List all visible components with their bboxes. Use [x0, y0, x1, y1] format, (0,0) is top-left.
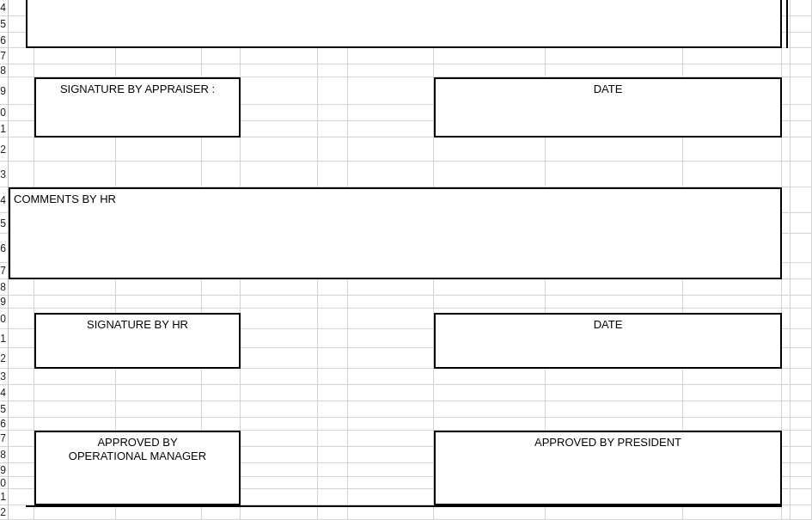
row-header[interactable]: 5	[0, 213, 9, 234]
signature-appraiser-label: SIGNATURE BY APPRAISER :	[36, 79, 239, 96]
row-header[interactable]: 0	[0, 309, 9, 329]
row-header[interactable]: 6	[0, 234, 9, 263]
approved-president-box[interactable]: APPROVED BY PRESIDENT	[434, 431, 782, 505]
approved-president-label: APPROVED BY PRESIDENT	[436, 432, 780, 450]
row-header[interactable]: 4	[0, 187, 9, 213]
right-border-fragment	[786, 0, 788, 48]
row-header[interactable]: 0	[0, 477, 9, 489]
row-header[interactable]: 9	[0, 296, 9, 309]
row-header[interactable]: 6	[0, 33, 9, 48]
row-header[interactable]: 0	[0, 105, 9, 121]
row-header[interactable]: 1	[0, 489, 9, 505]
row-header[interactable]: 8	[0, 64, 9, 77]
signature-hr-label: SIGNATURE BY HR	[36, 315, 239, 332]
row-header[interactable]: 4	[0, 385, 9, 401]
row-header[interactable]: 7	[0, 263, 9, 279]
date-hr-box[interactable]: DATE	[434, 313, 782, 369]
row-header[interactable]: 3	[0, 369, 9, 385]
row-header[interactable]: 3	[0, 162, 9, 187]
row-header[interactable]: 7	[0, 431, 9, 447]
approved-ops-box[interactable]: APPROVED BY OPERATIONAL MANAGER	[34, 431, 241, 505]
row-header[interactable]: 8	[0, 279, 9, 296]
row-header[interactable]: 9	[0, 77, 9, 105]
signature-hr-box[interactable]: SIGNATURE BY HR	[34, 313, 241, 369]
date-hr-label: DATE	[436, 315, 780, 332]
date-appraiser-label: DATE	[436, 79, 780, 96]
row-header[interactable]: 1	[0, 329, 9, 348]
row-header[interactable]: 2	[0, 505, 9, 520]
row-header[interactable]: 5	[0, 16, 9, 33]
comments-hr-box[interactable]: COMMENTS BY HR	[9, 187, 782, 279]
row-header[interactable]: 1	[0, 121, 9, 138]
date-appraiser-box[interactable]: DATE	[434, 77, 782, 138]
row-header[interactable]: 2	[0, 138, 9, 162]
top-comment-box[interactable]	[26, 0, 782, 48]
row-header[interactable]: 2	[0, 348, 9, 369]
row-header[interactable]: 6	[0, 418, 9, 431]
row-header[interactable]: 8	[0, 447, 9, 463]
row-header[interactable]: 7	[0, 48, 9, 64]
row-header[interactable]: 9	[0, 463, 9, 477]
comments-hr-label: COMMENTS BY HR	[14, 193, 116, 205]
row-header[interactable]: 4	[0, 0, 9, 16]
signature-appraiser-box[interactable]: SIGNATURE BY APPRAISER :	[34, 77, 241, 138]
bottom-rule	[26, 505, 782, 507]
spreadsheet-grid[interactable]: 4 5 6 7 8 9 0 1 2 3 4 5 6 7 8 9 0 1 2 3 …	[0, 0, 812, 520]
row-header[interactable]: 5	[0, 401, 9, 418]
approved-ops-label: APPROVED BY OPERATIONAL MANAGER	[36, 432, 239, 464]
